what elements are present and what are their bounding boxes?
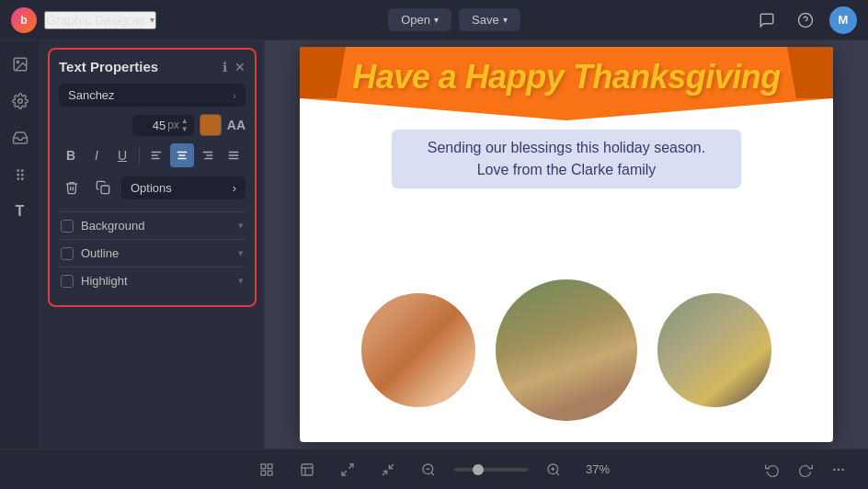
outline-toggle[interactable]: Outline ▾: [59, 239, 246, 267]
grid-view-button[interactable]: [252, 455, 281, 484]
background-label: Background: [81, 219, 144, 233]
expand-button[interactable]: [333, 455, 362, 484]
panel-header: Text Properties ℹ ✕: [59, 59, 246, 74]
align-right-button[interactable]: [196, 143, 220, 167]
duplicate-button[interactable]: [90, 175, 116, 200]
svg-line-39: [556, 472, 559, 475]
topbar-left: b Graphic Designer ▾: [11, 7, 156, 33]
bottombar: 37%: [0, 449, 868, 489]
subtitle-text: Sending our blessings this holiday seaso…: [406, 137, 726, 181]
svg-point-44: [842, 469, 843, 470]
open-button[interactable]: Open ▾: [388, 8, 451, 31]
panel-box: Text Properties ℹ ✕ Sanchez › px ▲ ▼: [48, 48, 257, 307]
outline-chevron-icon: ▾: [238, 247, 244, 259]
sidebar-text-btn[interactable]: T: [4, 195, 37, 228]
font-name-label: Sanchez: [68, 88, 115, 102]
align-left-button[interactable]: [144, 143, 168, 167]
svg-line-36: [431, 472, 434, 475]
collapse-button[interactable]: [373, 455, 403, 484]
subtitle-area: Sending our blessings this holiday seaso…: [392, 130, 741, 188]
font-size-input-wrapper: px ▲ ▼: [132, 115, 194, 136]
svg-point-43: [838, 469, 839, 470]
sidebar-elements-btn[interactable]: [4, 158, 37, 191]
delete-button[interactable]: [59, 175, 85, 200]
panel-header-icons: ℹ ✕: [223, 60, 246, 74]
size-unit-label: px: [167, 119, 179, 131]
color-swatch[interactable]: [200, 114, 222, 136]
zoom-out-button[interactable]: [414, 455, 443, 484]
svg-point-7: [17, 170, 19, 172]
outline-checkbox[interactable]: [61, 247, 74, 260]
font-selector[interactable]: Sanchez ›: [59, 84, 246, 107]
help-button[interactable]: [791, 6, 820, 35]
app-title-chevron: ▾: [150, 15, 154, 25]
svg-rect-26: [268, 471, 272, 475]
svg-line-31: [348, 464, 353, 469]
align-center-button[interactable]: [170, 143, 194, 167]
sidebar-settings-btn[interactable]: [4, 85, 37, 118]
size-down-button[interactable]: ▼: [181, 126, 188, 133]
topbar-center: Open ▾ Save ▾: [388, 8, 520, 31]
design-card: Have a Happy Thanksgiving Sending our bl…: [300, 47, 833, 442]
background-chevron-icon: ▾: [238, 220, 244, 232]
svg-point-8: [21, 170, 23, 172]
aa-button[interactable]: AA: [227, 118, 246, 132]
size-arrows: ▲ ▼: [181, 118, 188, 133]
highlight-chevron-icon: ▾: [238, 275, 244, 287]
background-checkbox[interactable]: [61, 220, 74, 233]
bold-button[interactable]: B: [59, 143, 83, 167]
highlight-toggle[interactable]: Highlight ▾: [59, 267, 246, 294]
svg-rect-28: [302, 464, 313, 475]
size-up-button[interactable]: ▲: [181, 118, 188, 125]
sidebar-layers-btn[interactable]: [4, 121, 37, 154]
photo-circle-2: [493, 277, 640, 424]
topbar: b Graphic Designer ▾ Open ▾ Save ▾ M: [0, 0, 868, 40]
banner-title: Have a Happy Thanksgiving: [352, 58, 781, 97]
format-divider: [139, 147, 140, 164]
comment-button[interactable]: [752, 6, 782, 35]
sidebar-image-btn[interactable]: [4, 48, 37, 81]
svg-line-32: [342, 471, 347, 475]
svg-point-10: [21, 178, 23, 180]
zoom-thumb[interactable]: [473, 464, 484, 475]
save-button[interactable]: Save ▾: [459, 8, 520, 31]
font-chevron-icon: ›: [233, 90, 236, 101]
more-button[interactable]: [824, 455, 853, 484]
zoom-track[interactable]: [454, 468, 528, 472]
format-row: B I U: [59, 143, 246, 167]
topbar-right: M: [752, 6, 857, 35]
svg-rect-24: [261, 464, 266, 469]
banner-left-flag: [300, 47, 346, 98]
app-logo: b: [11, 7, 37, 33]
outline-label: Outline: [81, 246, 119, 260]
panel-close-button[interactable]: ✕: [234, 60, 246, 74]
banner-right-flag: [787, 47, 833, 98]
panel-title: Text Properties: [59, 59, 158, 74]
italic-button[interactable]: I: [85, 143, 108, 167]
underline-button[interactable]: U: [110, 143, 134, 167]
panel-info-button[interactable]: ℹ: [223, 60, 227, 74]
svg-rect-23: [101, 186, 109, 194]
photo-circle-3: [655, 290, 774, 410]
main-area: T Text Properties ℹ ✕ Sanchez › px: [0, 40, 868, 449]
align-justify-button[interactable]: [222, 143, 246, 167]
actions-row: Options ›: [59, 175, 246, 200]
banner: Have a Happy Thanksgiving: [300, 47, 833, 120]
font-size-input[interactable]: [138, 119, 166, 132]
options-button[interactable]: Options ›: [121, 176, 246, 199]
undo-button[interactable]: [758, 455, 787, 484]
zoom-in-button[interactable]: [539, 455, 568, 484]
background-toggle[interactable]: Background ▾: [59, 211, 246, 239]
layout-view-button[interactable]: [292, 455, 322, 484]
svg-point-5: [17, 174, 19, 176]
canvas-area[interactable]: Have a Happy Thanksgiving Sending our bl…: [265, 40, 868, 449]
redo-button[interactable]: [791, 455, 820, 484]
text-properties-panel: Text Properties ℹ ✕ Sanchez › px ▲ ▼: [40, 40, 265, 449]
avatar[interactable]: M: [829, 6, 857, 34]
icon-sidebar: T: [0, 40, 40, 449]
size-color-row: px ▲ ▼ AA: [59, 114, 246, 136]
app-title-button[interactable]: Graphic Designer ▾: [44, 11, 156, 29]
bottom-right-buttons: [758, 455, 853, 484]
svg-line-34: [389, 464, 394, 469]
highlight-checkbox[interactable]: [61, 275, 74, 288]
